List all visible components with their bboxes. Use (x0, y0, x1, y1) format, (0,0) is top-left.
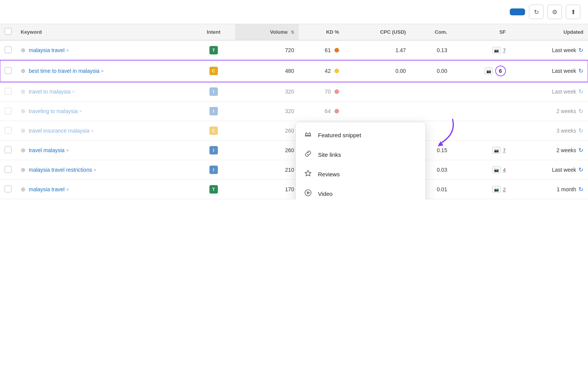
row-checkbox[interactable] (5, 186, 12, 192)
kd-cell: 64 (299, 102, 344, 121)
intent-badge: T (209, 46, 218, 54)
keyword-cell: ⊕best time to travel in malaysia» (16, 60, 192, 82)
updated-text: 3 weeks (557, 128, 576, 134)
add-to-list-button[interactable] (510, 8, 525, 15)
kd-cell: 70 (299, 82, 344, 102)
row-refresh-icon[interactable]: ↻ (578, 127, 583, 134)
dropdown-item-label: Video (318, 190, 333, 197)
row-checkbox[interactable] (5, 88, 12, 95)
add-keyword-icon[interactable]: ⊕ (21, 67, 26, 74)
sf-image-icon: 📷 (492, 166, 501, 173)
volume-cell: 320 (235, 82, 298, 102)
add-keyword-icon[interactable]: ⊕ (21, 47, 26, 54)
intent-cell: I (192, 102, 235, 121)
cpc-cell: 0.00 (344, 60, 410, 82)
keyword-link[interactable]: travel malaysia (29, 147, 64, 153)
row-refresh-icon[interactable]: ↻ (578, 147, 583, 154)
sf-count[interactable]: 7 (503, 148, 506, 153)
row-checkbox[interactable] (5, 166, 12, 173)
row-refresh-icon[interactable]: ↻ (578, 108, 583, 115)
sf-cell: 📷7 (452, 40, 511, 60)
row-checkbox[interactable] (5, 146, 12, 153)
col-cpc: CPC (USD) (344, 24, 410, 40)
updated-text: Last week (552, 47, 576, 53)
keyword-drill-icon[interactable]: » (79, 108, 82, 114)
updated-cell: Last week↻ (511, 82, 588, 102)
header-checkbox-cell (0, 24, 16, 40)
intent-cell: I (192, 160, 235, 180)
settings-button[interactable]: ⚙ (547, 5, 562, 19)
row-refresh-icon[interactable]: ↻ (578, 88, 583, 95)
row-refresh-icon[interactable]: ↻ (578, 166, 583, 173)
col-volume[interactable]: Volume ⇅ (235, 24, 298, 40)
keyword-drill-icon[interactable]: » (91, 128, 94, 133)
add-keyword-icon[interactable]: ⊕ (21, 88, 26, 95)
keyword-cell: ⊕malaysia travel restrictions» (16, 160, 192, 180)
add-keyword-icon[interactable]: ⊕ (21, 147, 26, 154)
add-keyword-icon[interactable]: ⊕ (21, 108, 26, 115)
keyword-drill-icon[interactable]: » (94, 167, 96, 172)
row-refresh-icon[interactable]: ↻ (578, 47, 583, 54)
row-checkbox-cell (0, 180, 16, 199)
dropdown-item-video[interactable]: Video (296, 184, 425, 199)
table-row: ⊕travel to malaysia»I32070Last week↻ (0, 82, 588, 102)
dropdown-item-label: Site links (318, 151, 341, 158)
row-checkbox[interactable] (5, 107, 12, 114)
row-checkbox[interactable] (5, 46, 12, 53)
keyword-drill-icon[interactable]: » (66, 187, 69, 192)
cpc-cell: 1.47 (344, 40, 410, 60)
add-keyword-icon[interactable]: ⊕ (21, 186, 26, 193)
sf-cell: 📷7 (452, 141, 511, 160)
volume-cell: 210 (235, 160, 298, 180)
updated-cell: 2 weeks↻ (511, 141, 588, 160)
row-refresh-icon[interactable]: ↻ (578, 67, 583, 74)
keyword-link[interactable]: traveling to malaysia (29, 108, 78, 114)
export-icon: ⬆ (571, 8, 576, 16)
keyword-drill-icon[interactable]: » (66, 48, 69, 53)
add-keyword-icon[interactable]: ⊕ (21, 166, 26, 173)
col-com: Com. (410, 24, 452, 40)
row-checkbox-cell (0, 121, 16, 141)
keyword-link[interactable]: travel to malaysia (29, 89, 71, 95)
updated-cell: 2 weeks↻ (511, 102, 588, 121)
select-all-checkbox[interactable] (5, 28, 12, 35)
add-keyword-icon[interactable]: ⊕ (21, 127, 26, 134)
dropdown-item-reviews[interactable]: Reviews (296, 164, 425, 184)
keyword-link[interactable]: malaysia travel (29, 186, 64, 192)
refresh-button[interactable]: ↻ (529, 5, 544, 19)
sf-count[interactable]: 2 (503, 187, 506, 192)
sf-count[interactable]: 7 (503, 48, 506, 53)
updated-cell: 1 month↻ (511, 180, 588, 199)
row-checkbox-cell (0, 141, 16, 160)
volume-cell: 720 (235, 40, 298, 60)
intent-badge: I (209, 166, 218, 174)
keyword-link[interactable]: malaysia travel (29, 47, 64, 53)
sf-image-icon: 📷 (484, 67, 493, 74)
volume-cell: 480 (235, 60, 298, 82)
kd-difficulty-dot (334, 69, 339, 73)
sf-count-highlighted[interactable]: 6 (495, 66, 506, 76)
keyword-cell: ⊕travel insurance malaysia» (16, 121, 192, 141)
row-checkbox[interactable] (5, 67, 12, 74)
row-checkbox-cell (0, 102, 16, 121)
keyword-cell: ⊕travel malaysia» (16, 141, 192, 160)
keyword-link[interactable]: travel insurance malaysia (29, 128, 89, 134)
sf-count[interactable]: 4 (503, 167, 506, 173)
kd-cell: 61 (299, 40, 344, 60)
dropdown-item-site-links[interactable]: Site links (296, 145, 425, 164)
keyword-drill-icon[interactable]: » (72, 89, 75, 94)
sf-cell (452, 121, 511, 141)
keyword-drill-icon[interactable]: » (101, 68, 104, 74)
intent-cell: C (192, 121, 235, 141)
row-refresh-icon[interactable]: ↻ (578, 186, 583, 193)
row-checkbox[interactable] (5, 127, 12, 134)
table-row: ⊕best time to travel in malaysia»C480420… (0, 60, 588, 82)
keyword-link[interactable]: malaysia travel restrictions (29, 167, 92, 173)
keyword-drill-icon[interactable]: » (66, 148, 69, 153)
col-kd: KD % (299, 24, 344, 40)
updated-text: Last week (552, 89, 576, 95)
dropdown-item-featured-snippet[interactable]: Featured snippet (296, 125, 425, 145)
keyword-link[interactable]: best time to travel in malaysia (29, 68, 99, 74)
export-button[interactable]: ⬆ (566, 5, 580, 19)
row-checkbox-cell (0, 60, 16, 82)
